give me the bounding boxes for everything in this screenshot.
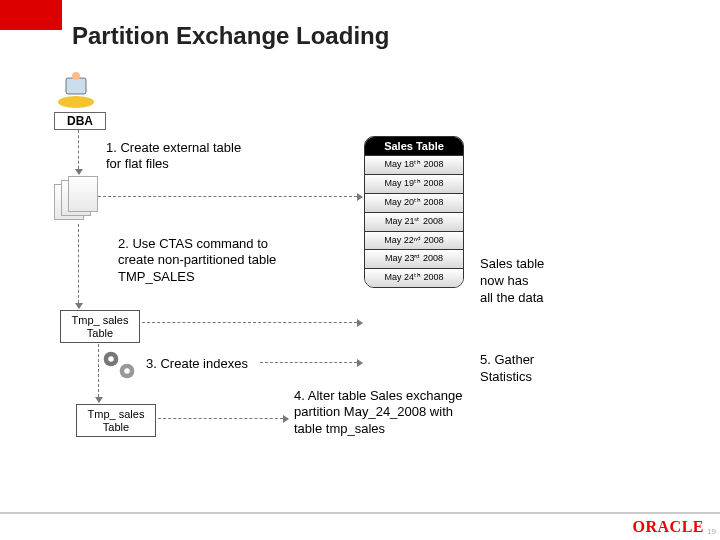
partition-row: May 22ⁿᵈ 2008 — [365, 231, 463, 250]
svg-point-4 — [108, 356, 114, 362]
connector — [142, 322, 362, 323]
svg-point-2 — [72, 72, 80, 80]
oracle-logo: ORACLE — [633, 518, 704, 536]
connector — [98, 196, 362, 197]
svg-point-6 — [124, 368, 130, 374]
tmp-sales-box-2: Tmp_ sales Table — [76, 404, 156, 437]
partition-row: May 24ᵗʰ 2008 — [365, 268, 463, 287]
page-title: Partition Exchange Loading — [72, 22, 389, 50]
step-3-text: 3. Create indexes — [146, 356, 248, 371]
gear-icon — [116, 360, 138, 382]
connector — [260, 362, 362, 363]
sales-table-header: Sales Table — [365, 137, 463, 155]
connector — [78, 224, 79, 308]
partition-row: May 23ʳᵈ 2008 — [365, 249, 463, 268]
note-all-data: Sales table now has all the data — [480, 256, 544, 307]
tmp-sales-box-1: Tmp_ sales Table — [60, 310, 140, 343]
partition-row: May 18ᵗʰ 2008 — [365, 155, 463, 174]
svg-rect-1 — [66, 78, 86, 94]
page-number: 19 — [707, 527, 716, 536]
slide-accent — [0, 0, 62, 30]
partition-row: May 21ˢᵗ 2008 — [365, 212, 463, 231]
step-2-text: 2. Use CTAS command to create non-partit… — [118, 236, 288, 285]
flat-files-icon — [54, 176, 98, 220]
sales-table: Sales Table May 18ᵗʰ 2008 May 19ᵗʰ 2008 … — [364, 136, 464, 288]
svg-point-0 — [58, 96, 94, 108]
connector — [78, 130, 79, 174]
partition-row: May 20ᵗʰ 2008 — [365, 193, 463, 212]
partition-row: May 19ᵗʰ 2008 — [365, 174, 463, 193]
footer-divider — [0, 512, 720, 514]
dba-icon — [56, 72, 96, 108]
step-4-text: 4. Alter table Sales exchange partition … — [294, 388, 474, 437]
connector — [158, 418, 288, 419]
connector — [98, 344, 99, 402]
step-5-text: 5. Gather Statistics — [480, 352, 534, 386]
step-1-text: 1. Create external table for flat files — [106, 140, 241, 173]
dba-label: DBA — [54, 112, 106, 130]
